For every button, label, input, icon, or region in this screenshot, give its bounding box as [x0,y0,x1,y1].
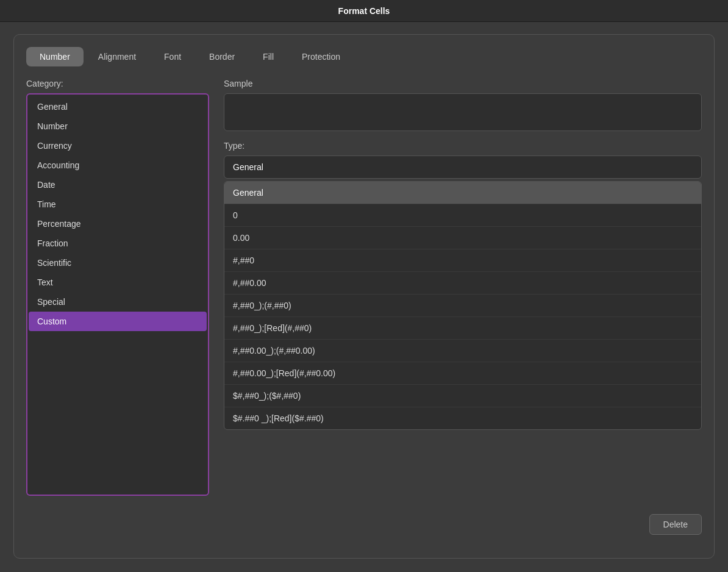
category-item-scientific[interactable]: Scientific [29,253,207,273]
format-list: General00.00#,##0#,##0.00#,##0_);(#,##0)… [224,181,702,430]
category-list: GeneralNumberCurrencyAccountingDateTimeP… [26,93,209,496]
content-area: Category: GeneralNumberCurrencyAccountin… [26,79,702,496]
category-item-date[interactable]: Date [29,175,207,195]
format-item-fmt2[interactable]: #,##0 [224,249,701,272]
format-item-fmt0[interactable]: 0 [224,204,701,227]
format-item-general[interactable]: General [224,182,701,204]
right-panel: Sample Type: General00.00#,##0#,##0.00#,… [224,79,702,496]
category-item-fraction[interactable]: Fraction [29,234,207,253]
sample-label: Sample [224,79,702,88]
format-item-fmt5[interactable]: #,##0_);[Red](#,##0) [224,317,701,340]
category-item-currency[interactable]: Currency [29,136,207,156]
sample-box [224,93,702,131]
category-item-time[interactable]: Time [29,195,207,214]
tab-fill[interactable]: Fill [249,47,287,66]
category-item-text[interactable]: Text [29,273,207,292]
category-item-general[interactable]: General [29,97,207,116]
category-item-number[interactable]: Number [29,116,207,136]
title-bar: Format Cells [0,0,728,22]
category-item-accounting[interactable]: Accounting [29,156,207,175]
category-label: Category: [26,79,209,88]
dialog: NumberAlignmentFontBorderFillProtection … [13,34,715,559]
tab-font[interactable]: Font [151,47,194,66]
category-item-percentage[interactable]: Percentage [29,214,207,234]
type-input[interactable] [224,156,702,179]
title-bar-text: Format Cells [338,6,390,16]
category-item-custom[interactable]: Custom [29,312,207,331]
tab-alignment[interactable]: Alignment [85,47,149,66]
format-item-fmt9[interactable]: $#.##0 _);[Red]($#.##0) [224,407,701,429]
tabs-bar: NumberAlignmentFontBorderFillProtection [26,47,702,66]
tab-border[interactable]: Border [196,47,248,66]
format-item-fmt6[interactable]: #,##0.00_);(#,##0.00) [224,340,701,362]
format-item-fmt7[interactable]: #,##0.00_);[Red](#,##0.00) [224,362,701,385]
tab-protection[interactable]: Protection [288,47,354,66]
type-label: Type: [224,141,702,151]
delete-button[interactable]: Delete [649,514,702,535]
format-item-fmt1[interactable]: 0.00 [224,227,701,249]
tab-number[interactable]: Number [26,47,84,66]
format-item-fmt4[interactable]: #,##0_);(#,##0) [224,295,701,317]
left-panel: Category: GeneralNumberCurrencyAccountin… [26,79,209,496]
format-item-fmt3[interactable]: #,##0.00 [224,272,701,295]
format-item-fmt8[interactable]: $#,##0_);($#,##0) [224,385,701,407]
bottom-bar: Delete [26,508,702,535]
category-item-special[interactable]: Special [29,292,207,312]
